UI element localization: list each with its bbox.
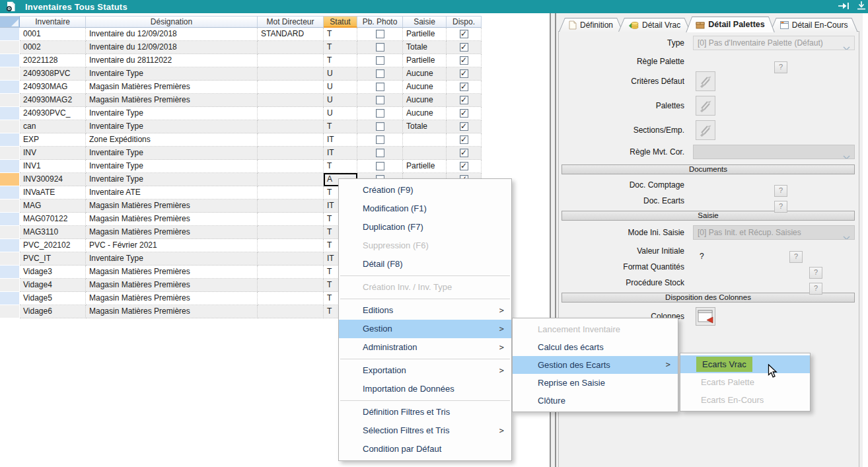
cell-designation[interactable]: Zone Expéditions	[86, 133, 258, 147]
cell-dispo[interactable]: ✓	[447, 28, 482, 41]
help-button[interactable]: ?	[774, 201, 787, 213]
table-row[interactable]: 20221128Inventaire du 28112022TPartielle…	[0, 54, 482, 67]
cell-inventaire[interactable]: PVC_202102	[20, 239, 86, 252]
cell-mot-directeur[interactable]	[258, 173, 324, 186]
row-selector[interactable]	[0, 133, 20, 147]
cell-dispo[interactable]: ✓	[447, 147, 482, 160]
cell-mot-directeur[interactable]	[258, 133, 324, 147]
menu-item-cl-ture[interactable]: Clôture	[513, 392, 678, 410]
cell-mot-directeur[interactable]	[258, 292, 324, 305]
table-row[interactable]: EXPZone ExpéditionsIT✓	[0, 133, 482, 147]
row-selector[interactable]	[0, 94, 20, 107]
cell-designation[interactable]: Magasin Matières Premières	[86, 292, 258, 305]
checkbox[interactable]	[376, 109, 384, 118]
cell-mot-directeur[interactable]	[258, 213, 324, 226]
cell-inventaire[interactable]: MAG070122	[20, 213, 86, 226]
row-selector[interactable]	[0, 305, 20, 318]
row-selector[interactable]	[0, 67, 20, 81]
cell-mot-directeur[interactable]	[258, 147, 324, 160]
cell-statut[interactable]: U	[324, 67, 357, 81]
cell-inventaire[interactable]: MAG	[20, 199, 86, 213]
cell-statut[interactable]: T	[324, 41, 357, 54]
checkbox[interactable]: ✓	[460, 149, 468, 157]
checkbox[interactable]: ✓	[460, 96, 468, 104]
cell-saisie[interactable]	[403, 147, 447, 160]
cell-mot-directeur[interactable]	[258, 107, 324, 120]
cell-saisie[interactable]: Aucune	[403, 81, 447, 94]
stamp-button[interactable]	[696, 120, 715, 140]
cell-mot-directeur[interactable]	[258, 67, 324, 81]
checkbox[interactable]: ✓	[460, 56, 468, 65]
cell-dispo[interactable]: ✓	[447, 67, 482, 81]
cell-mot-directeur[interactable]	[258, 160, 324, 173]
menu-item-editions[interactable]: Editions>	[339, 301, 511, 320]
col-header-pb-photo[interactable]: Pb. Photo	[357, 16, 403, 28]
cell-designation[interactable]: Magasin Matières Premières	[86, 266, 258, 279]
checkbox[interactable]	[376, 135, 384, 144]
cell-mot-directeur[interactable]	[258, 186, 324, 199]
download-icon[interactable]	[856, 1, 867, 13]
cell-inventaire[interactable]: INVaATE	[20, 186, 86, 199]
table-row[interactable]: 240930MAG2Magasin Matières PremièresUAuc…	[0, 94, 482, 107]
row-selector[interactable]	[0, 239, 20, 252]
cell-mot-directeur[interactable]	[258, 252, 324, 266]
checkbox[interactable]: ✓	[460, 43, 468, 52]
cell-inventaire[interactable]: INV	[20, 147, 86, 160]
menu-item-gestion[interactable]: Gestion>	[339, 320, 511, 338]
row-selector[interactable]	[0, 81, 20, 94]
cell-designation[interactable]: Inventaire Type	[86, 160, 258, 173]
cell-mot-directeur[interactable]	[258, 54, 324, 67]
cell-inventaire[interactable]: 240930PVC_	[20, 107, 86, 120]
row-selector[interactable]	[0, 266, 20, 279]
cell-pb-photo[interactable]	[357, 81, 403, 94]
row-selector[interactable]	[0, 120, 20, 133]
cell-dispo[interactable]: ✓	[447, 81, 482, 94]
cell-statut[interactable]: T	[324, 160, 357, 173]
cell-inventaire[interactable]: 240930MAG	[20, 81, 86, 94]
checkbox[interactable]	[376, 149, 384, 157]
cell-mot-directeur[interactable]	[258, 226, 324, 239]
row-selector[interactable]	[0, 160, 20, 173]
col-header-saisie[interactable]: Saisie	[403, 16, 447, 28]
checkbox[interactable]: ✓	[460, 109, 468, 118]
cell-mot-directeur[interactable]	[258, 199, 324, 213]
row-selector[interactable]	[0, 292, 20, 305]
menu-item-gestion-des-ecarts[interactable]: Gestion des Ecarts>	[513, 356, 678, 374]
cell-dispo[interactable]: ✓	[447, 160, 482, 173]
checkbox[interactable]	[376, 122, 384, 131]
cell-pb-photo[interactable]	[357, 67, 403, 81]
cell-saisie[interactable]: Aucune	[403, 67, 447, 81]
cell-inventaire[interactable]: 0001	[20, 28, 86, 41]
cell-designation[interactable]: Inventaire du 12/09/2018	[86, 28, 258, 41]
cell-statut[interactable]: U	[324, 107, 357, 120]
cell-pb-photo[interactable]	[357, 120, 403, 133]
cell-statut[interactable]: U	[324, 94, 357, 107]
row-selector[interactable]	[0, 28, 20, 41]
cell-designation[interactable]: Magasin Matières Premières	[86, 199, 258, 213]
checkbox[interactable]: ✓	[460, 122, 468, 131]
cell-pb-photo[interactable]	[357, 41, 403, 54]
checkbox[interactable]: ✓	[460, 69, 468, 78]
table-row[interactable]: 0001Inventaire du 12/09/2018STANDARDTPar…	[0, 28, 482, 41]
row-selector[interactable]	[0, 173, 20, 186]
cell-mot-directeur[interactable]	[258, 94, 324, 107]
cell-inventaire[interactable]: Vidage5	[20, 292, 86, 305]
cell-statut[interactable]: T	[324, 120, 357, 133]
table-row[interactable]: 0002Inventaire du 12/09/2018TTotale✓	[0, 41, 482, 54]
cell-inventaire[interactable]: 20221128	[20, 54, 86, 67]
row-selector[interactable]	[0, 147, 20, 160]
cell-inventaire[interactable]: MAG3110	[20, 226, 86, 239]
row-selector[interactable]	[0, 199, 20, 213]
cell-pb-photo[interactable]	[357, 107, 403, 120]
tab-d-finition[interactable]: Définition	[559, 18, 623, 32]
row-selector[interactable]	[0, 41, 20, 54]
checkbox[interactable]	[376, 96, 384, 104]
cell-inventaire[interactable]: INV1	[20, 160, 86, 173]
cell-pb-photo[interactable]	[357, 147, 403, 160]
cell-inventaire[interactable]: can	[20, 120, 86, 133]
cell-dispo[interactable]: ✓	[447, 94, 482, 107]
cell-designation[interactable]: Inventaire ATE	[86, 186, 258, 199]
menu-item-reprise-en-saisie[interactable]: Reprise en Saisie	[513, 374, 678, 392]
cell-mot-directeur[interactable]: STANDARD	[258, 28, 324, 41]
table-row[interactable]: 240930PVC_Inventaire TypeUAucune✓	[0, 107, 482, 120]
